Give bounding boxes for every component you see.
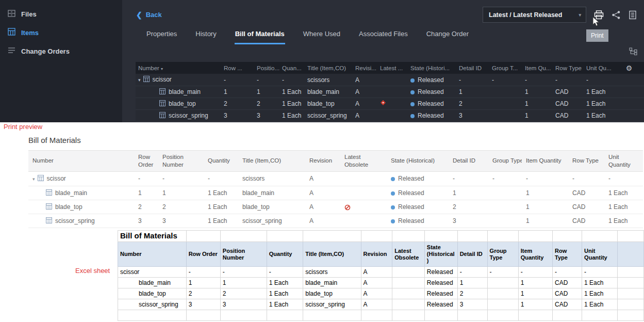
- annotation-excel-sheet: Excel sheet: [75, 267, 110, 275]
- mouse-cursor: [592, 17, 600, 29]
- column-header-position[interactable]: Positio...: [254, 62, 279, 74]
- state-label: Released: [418, 112, 444, 119]
- column-header-position-number: Position Number: [158, 151, 204, 172]
- cell-row-type: CAD: [568, 214, 604, 228]
- cell-latest-obsolete: [377, 98, 408, 110]
- bom-row-blade-top[interactable]: blade_top 2 2 1 Each blade_top A Release…: [136, 98, 644, 110]
- bom-table-excel: Bill of Materials Number Row Order Posit…: [118, 230, 644, 321]
- print-preview-section: Bill of Materials Number Row Order Posit…: [0, 136, 644, 228]
- cell-quantity: 1 Each: [204, 214, 238, 228]
- cell-row-order: -: [134, 171, 158, 186]
- cell-row-type: CAD: [568, 186, 604, 200]
- item-icon: [46, 217, 55, 224]
- tab-history[interactable]: History: [195, 26, 217, 44]
- cell-item-quantity: 1: [518, 278, 552, 288]
- cell-position: 3: [254, 110, 279, 122]
- column-header-revision: Revision: [305, 151, 340, 172]
- column-header-number[interactable]: Number ▾: [136, 62, 221, 74]
- cell-row-order: 1: [134, 186, 158, 200]
- cell-item-quantity: 1: [522, 214, 568, 228]
- files-icon: [8, 10, 15, 19]
- tab-associated-files[interactable]: Associated Files: [358, 26, 408, 44]
- column-header-title: Title (Item,CO): [303, 242, 361, 267]
- bom-row-scissor-spring[interactable]: scissor_spring 3 3 1 Each scissor_spring…: [136, 110, 644, 122]
- cell-detail-id: 3: [456, 110, 489, 122]
- gear-icon: ⚙: [626, 64, 633, 72]
- cell-number: blade_main: [28, 186, 134, 200]
- cell-position: -: [254, 74, 279, 86]
- released-status-icon: [410, 102, 415, 106]
- cell-row-type: CAD: [553, 98, 584, 110]
- column-settings-button[interactable]: ⚙: [614, 62, 644, 74]
- cell-position: 1: [220, 278, 267, 288]
- row-number-label: blade_main: [169, 88, 201, 95]
- state-label: Released: [398, 217, 424, 224]
- tab-where-used[interactable]: Where Used: [303, 26, 341, 44]
- cell-quantity: -: [279, 74, 305, 86]
- row-number-label: scissor_spring: [55, 217, 95, 224]
- cell-title: scissor_spring: [303, 299, 361, 310]
- cell-detail-id: 1: [456, 86, 489, 98]
- hierarchy-view-icon[interactable]: [629, 47, 637, 57]
- column-header-row-order[interactable]: Row ...: [221, 62, 254, 74]
- column-header-row-type[interactable]: Row Type: [553, 62, 584, 74]
- column-header-latest-obsolete[interactable]: Latest ...: [377, 62, 408, 74]
- column-header-quantity[interactable]: Quan...: [279, 62, 305, 74]
- cell-title: scissor_spring: [305, 110, 353, 122]
- cell-revision: A: [305, 171, 340, 186]
- cell-title: scissors: [305, 74, 353, 86]
- cell-detail-id: 2: [449, 200, 488, 214]
- cell-row-order: 1: [186, 278, 220, 288]
- obsolete-icon: [380, 100, 386, 107]
- cell-group-type: [488, 186, 522, 200]
- column-header-revision: Revision: [361, 242, 392, 267]
- version-selector[interactable]: Latest / Latest Released ▾: [483, 7, 586, 23]
- back-button[interactable]: ❮ Back: [136, 11, 162, 19]
- column-header-group-type[interactable]: Group T...: [489, 62, 522, 74]
- sidebar-item-items[interactable]: Items: [0, 23, 122, 42]
- row-number-label: scissor_spring: [169, 112, 208, 119]
- bom-row-scissor[interactable]: ▾scissor - - - scissors A Released - - -…: [136, 74, 644, 86]
- released-status-icon: [410, 114, 415, 118]
- tab-change-order[interactable]: Change Order: [426, 26, 469, 44]
- cell-state: Released: [408, 98, 456, 110]
- bom-row-blade-top: blade_top 2 2 1 Each blade_top A Release…: [28, 200, 643, 214]
- bom-row-scissor-spring: scissor_spring 3 3 1 Each scissor_spring…: [28, 214, 643, 228]
- cell-item-quantity: 1: [518, 288, 552, 299]
- column-header-state[interactable]: State (Histori...: [408, 62, 456, 74]
- sort-desc-icon: ▾: [161, 67, 163, 71]
- excel-title-row: Bill of Materials: [118, 231, 644, 242]
- cell-item-quantity: -: [522, 74, 553, 86]
- collapse-caret-icon[interactable]: ▾: [138, 77, 141, 83]
- cell-quantity: 1 Each: [267, 288, 303, 299]
- item-icon: [46, 203, 55, 211]
- cell-row-order: 2: [186, 288, 220, 299]
- column-header-item-quantity[interactable]: Item Qu...: [522, 62, 553, 74]
- cell-detail-id: 2: [457, 288, 487, 299]
- bom-row-blade-main[interactable]: blade_main 1 1 1 Each blade_main A Relea…: [136, 86, 644, 98]
- cell-latest-obsolete: [392, 278, 425, 288]
- tab-bar: Properties History Bill of Materials Whe…: [122, 23, 644, 44]
- sidebar-item-files[interactable]: Files: [0, 5, 122, 23]
- cell-unit-quantity: 1 Each: [582, 278, 618, 288]
- plm-app: Files Items Change Orders ❮ Back Latest …: [0, 0, 644, 122]
- cell-row-type: CAD: [553, 110, 584, 122]
- bom-row-blade-main: blade_main 1 1 1 Each blade_main A Relea…: [28, 186, 643, 200]
- report-button[interactable]: [629, 10, 637, 20]
- version-selector-value: Latest / Latest Released: [489, 11, 562, 19]
- sidebar-item-change-orders[interactable]: Change Orders: [0, 42, 122, 60]
- cell-row-order: 1: [221, 86, 254, 98]
- tab-properties[interactable]: Properties: [146, 26, 177, 44]
- cell-group-type: -: [488, 171, 522, 186]
- column-header-title[interactable]: Title (Item,CO): [305, 62, 353, 74]
- share-button[interactable]: [612, 10, 621, 20]
- column-header-unit-quantity[interactable]: Unit Qu...: [584, 62, 614, 74]
- column-header-revision[interactable]: Revisi...: [353, 62, 377, 74]
- tab-bill-of-materials[interactable]: Bill of Materials: [235, 26, 285, 44]
- sidebar-item-label: Change Orders: [21, 47, 70, 55]
- cell-unit-quantity: -: [584, 74, 614, 86]
- cell-unit-quantity: 1 Each: [582, 288, 618, 299]
- column-header-detail-id[interactable]: Detail ID: [456, 62, 489, 74]
- row-number-label: scissor: [47, 175, 66, 182]
- cell-row-type: CAD: [553, 86, 584, 98]
